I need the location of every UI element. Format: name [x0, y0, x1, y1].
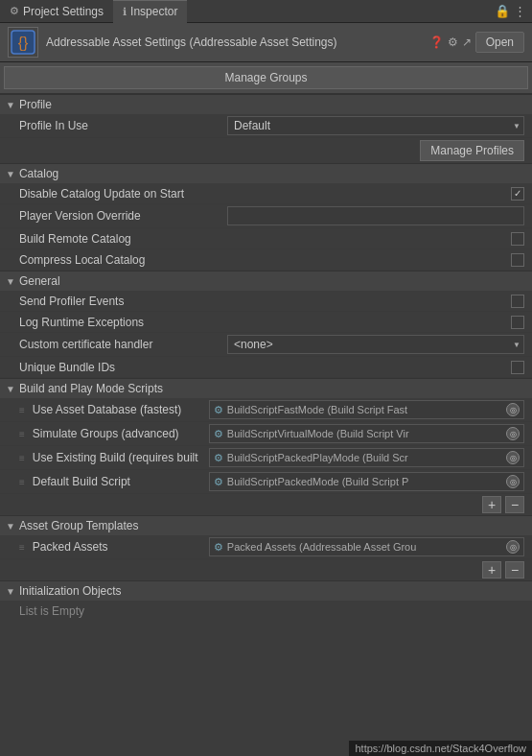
script-label-1: Simulate Groups (advanced) — [33, 427, 205, 440]
log-runtime-row: Log Runtime Exceptions — [0, 312, 532, 333]
settings-scroll-area[interactable]: ▼ Profile Profile In Use Default Manage … — [0, 94, 532, 736]
asset-group-remove-button[interactable]: − — [505, 561, 524, 579]
header-actions: ❓ ⚙ ↗ Open — [429, 32, 524, 53]
script-value-box-3: ⚙ BuildScriptPackedMode (Build Script P … — [209, 472, 524, 491]
asset-group-add-button[interactable]: + — [482, 561, 501, 579]
external-link-icon[interactable]: ↗ — [462, 35, 472, 49]
tab-bar: ⚙ Project Settings ℹ Inspector 🔒 ⋮ — [0, 0, 532, 23]
script-row-1: ≡ Simulate Groups (advanced) ⚙ BuildScri… — [0, 422, 532, 446]
open-button[interactable]: Open — [475, 32, 524, 53]
asset-group-icon-0: ⚙ — [214, 541, 223, 554]
section-asset-group-templates[interactable]: ▼ Asset Group Templates — [0, 515, 532, 535]
compress-local-catalog-checkbox[interactable] — [511, 253, 524, 267]
asset-group-label-0: Packed Assets — [33, 540, 205, 554]
disable-catalog-checkbox[interactable] — [511, 187, 524, 201]
compress-local-catalog-label: Compress Local Catalog — [19, 253, 511, 267]
script-row-3: ≡ Default Build Script ⚙ BuildScriptPack… — [0, 470, 532, 494]
player-version-row: Player Version Override — [0, 204, 532, 228]
init-objects-section-label: Initialization Objects — [19, 584, 122, 598]
script-value-box-2: ⚙ BuildScriptPackedPlayMode (Build Scr ◎ — [209, 448, 524, 467]
profile-dropdown[interactable]: Default — [227, 116, 524, 135]
build-play-remove-button[interactable]: − — [505, 496, 524, 513]
catalog-section-label: Catalog — [19, 167, 58, 180]
player-version-input[interactable] — [227, 206, 524, 225]
manage-groups-bar: Manage Groups — [0, 62, 532, 94]
custom-cert-row: Custom certificate handler <none> — [0, 333, 532, 357]
tab-project-settings[interactable]: ⚙ Project Settings — [0, 0, 113, 23]
build-remote-catalog-row: Build Remote Catalog — [0, 228, 532, 249]
section-init-objects[interactable]: ▼ Initialization Objects — [0, 580, 532, 601]
script-circle-1[interactable]: ◎ — [506, 427, 520, 440]
init-objects-triangle: ▼ — [6, 586, 15, 597]
settings-icon[interactable]: ⚙ — [448, 35, 458, 49]
more-icon[interactable]: ⋮ — [514, 4, 526, 18]
info-icon: ℹ — [123, 6, 127, 18]
script-value-box-1: ⚙ BuildScriptVirtualMode (Build Script V… — [209, 424, 524, 443]
script-circle-0[interactable]: ◎ — [506, 403, 520, 416]
asset-group-section-label: Asset Group Templates — [19, 519, 139, 532]
lock-icon[interactable]: 🔒 — [495, 4, 510, 18]
script-circle-3[interactable]: ◎ — [506, 475, 520, 488]
send-profiler-checkbox[interactable] — [511, 295, 524, 308]
drag-handle-3[interactable]: ≡ — [19, 477, 25, 487]
player-version-label: Player Version Override — [19, 209, 227, 223]
profile-dropdown-wrapper: Default — [227, 116, 524, 135]
asset-settings-header: {} Addressable Asset Settings (Addressab… — [0, 23, 532, 62]
profile-in-use-label: Profile In Use — [19, 119, 227, 132]
manage-profiles-row: Manage Profiles — [0, 138, 532, 163]
profile-triangle: ▼ — [6, 100, 15, 110]
drag-handle-0[interactable]: ≡ — [19, 405, 25, 415]
build-play-add-button[interactable]: + — [482, 496, 501, 513]
asset-group-value-box-0: ⚙ Packed Assets (Addressable Asset Grou … — [209, 537, 524, 556]
help-icon[interactable]: ❓ — [429, 35, 444, 49]
profile-in-use-row: Profile In Use Default — [0, 114, 532, 138]
unique-bundle-row: Unique Bundle IDs — [0, 357, 532, 378]
unique-bundle-label: Unique Bundle IDs — [19, 361, 511, 374]
disable-catalog-row: Disable Catalog Update on Start — [0, 183, 532, 204]
script-circle-2[interactable]: ◎ — [506, 451, 520, 464]
build-remote-catalog-checkbox[interactable] — [511, 232, 524, 246]
script-value-text-1: BuildScriptVirtualMode (Build Script Vir — [227, 428, 409, 439]
tab-inspector-label: Inspector — [130, 5, 177, 18]
manage-groups-button[interactable]: Manage Groups — [4, 66, 528, 89]
unique-bundle-checkbox[interactable] — [511, 361, 524, 374]
disable-catalog-label: Disable Catalog Update on Start — [19, 187, 511, 201]
init-objects-empty-label: List is Empty — [19, 604, 84, 618]
script-icon-2: ⚙ — [214, 452, 223, 464]
send-profiler-label: Send Profiler Events — [19, 295, 511, 308]
tab-inspector[interactable]: ℹ Inspector — [113, 0, 187, 23]
script-icon-0: ⚙ — [214, 404, 223, 416]
catalog-triangle: ▼ — [6, 169, 15, 179]
script-row-2: ≡ Use Existing Build (requires built ⚙ B… — [0, 446, 532, 470]
custom-cert-label: Custom certificate handler — [19, 338, 227, 351]
custom-cert-dropdown[interactable]: <none> — [227, 335, 524, 354]
log-runtime-checkbox[interactable] — [511, 316, 524, 329]
script-value-text-0: BuildScriptFastMode (Build Script Fast — [227, 404, 407, 415]
asset-group-drag-handle-0[interactable]: ≡ — [19, 542, 25, 553]
tab-project-settings-label: Project Settings — [23, 5, 104, 18]
build-play-section-label: Build and Play Mode Scripts — [19, 382, 163, 395]
asset-group-circle-0[interactable]: ◎ — [506, 540, 520, 554]
script-value-box-0: ⚙ BuildScriptFastMode (Build Script Fast… — [209, 400, 524, 419]
build-remote-catalog-label: Build Remote Catalog — [19, 232, 511, 246]
script-label-0: Use Asset Database (fastest) — [33, 403, 205, 416]
drag-handle-1[interactable]: ≡ — [19, 429, 25, 439]
general-section-label: General — [19, 274, 60, 288]
build-play-plus-minus: + − — [0, 494, 532, 515]
section-profile[interactable]: ▼ Profile — [0, 94, 532, 114]
script-label-3: Default Build Script — [33, 475, 205, 488]
asset-group-value-text-0: Packed Assets (Addressable Asset Grou — [227, 541, 417, 553]
script-icon-3: ⚙ — [214, 476, 223, 488]
asset-logo: {} — [8, 27, 38, 58]
init-objects-empty: List is Empty — [0, 601, 532, 622]
section-general[interactable]: ▼ General — [0, 271, 532, 291]
script-label-2: Use Existing Build (requires built — [33, 451, 205, 464]
custom-cert-dropdown-wrapper: <none> — [227, 335, 524, 354]
section-build-play[interactable]: ▼ Build and Play Mode Scripts — [0, 378, 532, 398]
drag-handle-2[interactable]: ≡ — [19, 453, 25, 463]
manage-profiles-button[interactable]: Manage Profiles — [420, 140, 524, 161]
script-row-0: ≡ Use Asset Database (fastest) ⚙ BuildSc… — [0, 398, 532, 422]
section-catalog[interactable]: ▼ Catalog — [0, 163, 532, 183]
svg-text:{}: {} — [18, 35, 29, 51]
watermark: https://blog.csdn.net/Stack4Overflow — [349, 741, 532, 756]
